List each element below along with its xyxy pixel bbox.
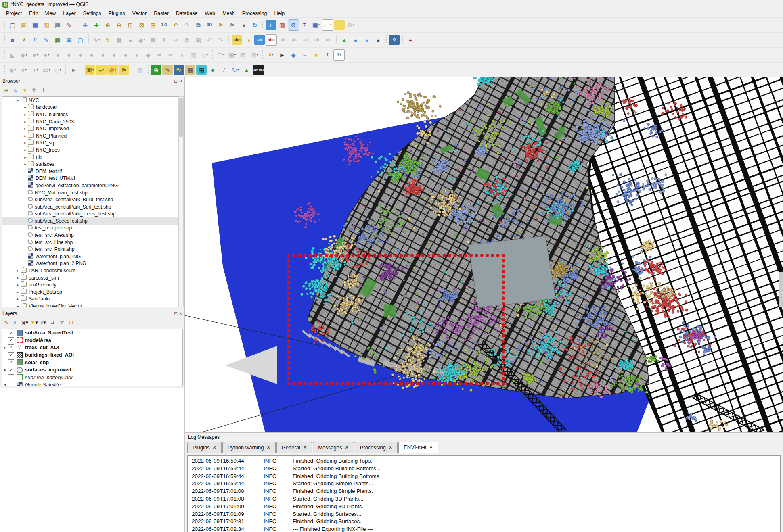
map-canvas[interactable]	[185, 77, 783, 432]
expand-arrow-icon[interactable]: ▸	[23, 127, 28, 131]
refresh-browser-button[interactable]: ↻	[11, 86, 20, 94]
layer-visibility-checkbox[interactable]	[8, 374, 14, 380]
tab-close-icon[interactable]: ✕	[429, 444, 433, 450]
statistical-summary-button[interactable]: Σ	[299, 20, 310, 30]
log-tab-plugins[interactable]: Plugins✕	[187, 442, 222, 453]
help-button[interactable]: ?	[389, 35, 400, 45]
browser-item-nyc-trees[interactable]: ▸NYC_trees	[2, 146, 178, 154]
refresh-map-button[interactable]: ↻	[249, 20, 260, 30]
layers-close-button[interactable]: ✕	[179, 311, 182, 316]
annotation-auto-button[interactable]: A▾	[266, 50, 276, 60]
collapse-all-layers-button[interactable]: ⇈	[58, 318, 66, 327]
add-group-button[interactable]: ⊞	[11, 318, 20, 327]
menu-settings[interactable]: Settings	[80, 10, 105, 17]
layer-row-google-satellite[interactable]: ▾Google Satellite	[2, 381, 182, 386]
open-layer-styling-button[interactable]: ✎	[2, 318, 10, 327]
layer-expand-arrow-icon[interactable]: ▸	[2, 368, 8, 372]
collapse-all-button[interactable]: ⇈	[30, 86, 38, 94]
layer-expand-arrow-icon[interactable]: ▾	[2, 383, 8, 386]
tab-close-icon[interactable]: ✕	[389, 445, 392, 450]
envimet-plugin-button[interactable]: ▲	[339, 35, 350, 45]
filter-browser-button[interactable]: ▼	[21, 86, 29, 94]
layer-row-buildings-fixed-aoi[interactable]: ✓buildings_fixed_AOI	[2, 351, 182, 359]
expand-arrow-icon[interactable]: ▸	[23, 105, 28, 109]
annotation-polygon-button[interactable]: ◆	[288, 50, 299, 60]
menu-layer[interactable]: Layer	[59, 10, 79, 17]
expand-arrow-icon[interactable]: ▸	[23, 141, 28, 145]
annotation-text-button[interactable]: T	[322, 50, 333, 60]
profile-tool-button[interactable]: /	[219, 65, 229, 75]
expand-arrow-icon[interactable]: ▸	[15, 269, 21, 273]
browser-item-subarea-centralpark-build-test-shp[interactable]: subArea_centralPark_Build_test.shp	[2, 196, 178, 203]
browser-item-landcover[interactable]: ▸landcover	[2, 104, 178, 111]
browser-item-progreencity[interactable]: ▸proGreencity	[2, 281, 178, 288]
zoom-in-button[interactable]: ⊕	[103, 20, 113, 30]
open-attribute-table-button[interactable]: ▦▾	[311, 20, 321, 30]
layer-visibility-checkbox[interactable]: ✓	[8, 330, 14, 336]
browser-item-test-src-area-shp[interactable]: test_src_Area.shp	[2, 232, 178, 239]
metasearch-button[interactable]: ●	[362, 35, 372, 45]
log-tab-python-warning[interactable]: Python warning✕	[222, 442, 276, 453]
quickmap-services-button[interactable]: ⊕	[151, 65, 161, 75]
browser-item-nyc-planned[interactable]: ▸NYC_Planned	[2, 132, 178, 140]
browser-scrollbar-thumb[interactable]	[179, 98, 183, 137]
browser-item-saopaulo[interactable]: ▸SaoPaulo	[2, 296, 178, 303]
pan-to-selection-button[interactable]: ✚	[91, 20, 102, 30]
browser-item-projekt-bottrop[interactable]: ▸Projekt_Bottrop	[2, 288, 178, 296]
zoom-to-selection-button[interactable]: ⊠	[136, 20, 147, 30]
expand-arrow-icon[interactable]: ▸	[15, 297, 21, 301]
browser-item-nyc-midtown-test-shp[interactable]: NYC_MidTown_Test.shp	[2, 189, 178, 196]
osm-edit-button[interactable]: ✎	[162, 65, 173, 75]
filter-by-expression-button[interactable]: ε▾	[39, 318, 48, 327]
add-raster-layer-button[interactable]: R	[30, 35, 40, 45]
browser-item-nyc-buildings[interactable]: ▸NYC_buildings	[2, 111, 178, 118]
select-features-button[interactable]: ▣▾	[85, 65, 95, 75]
new-map-view-button[interactable]: ⧉	[193, 20, 203, 30]
browser-properties-button[interactable]: i	[39, 86, 48, 94]
tab-close-icon[interactable]: ✕	[345, 445, 348, 450]
add-selected-layers-button[interactable]: ⊞	[2, 86, 10, 94]
browser-item-test-src-point-shp[interactable]: test_src_Point.shp	[2, 246, 178, 253]
expand-arrow-icon[interactable]: ▸	[23, 113, 28, 117]
zoom-full-button[interactable]: ⊡	[125, 20, 136, 30]
browser-item-waterfront-plan-png[interactable]: waterfront_plan.PNG	[2, 253, 178, 260]
menu-mesh[interactable]: Mesh	[219, 10, 239, 17]
browser-item-test-receptor-shp[interactable]: test_receptor.shp	[2, 225, 178, 232]
layer-visibility-checkbox[interactable]	[8, 382, 14, 386]
osm-place-search-button[interactable]: ●	[373, 35, 383, 45]
zoom-last-button[interactable]: ↶	[170, 20, 181, 30]
layer-row-trees-cut-aoi[interactable]: ▸✓trees_cut_AOI	[2, 344, 182, 351]
label-highlight-button[interactable]: abc	[266, 34, 277, 46]
value-tool-button[interactable]: ▦	[196, 65, 207, 75]
expand-arrow-icon[interactable]: ▸	[15, 290, 21, 294]
menu-help[interactable]: Help	[270, 10, 288, 17]
select-pointer-button[interactable]: ►	[69, 65, 79, 75]
new-print-layout-button[interactable]: ▤	[52, 20, 63, 30]
pan-map-button[interactable]: ✚	[80, 20, 90, 30]
menu-raster[interactable]: Raster	[150, 10, 172, 17]
layer-visibility-checkbox[interactable]: ✓	[8, 367, 14, 373]
expand-arrow-icon[interactable]: ▸	[15, 283, 21, 287]
envimet-export-button[interactable]: ▲	[241, 65, 252, 75]
log-tab-general[interactable]: General✕	[276, 442, 312, 453]
expand-arrow-icon[interactable]: ▸	[23, 162, 28, 166]
browser-item-nyc-dario-2503[interactable]: ▸NYC_Dario_2503	[2, 118, 178, 125]
menu-edit[interactable]: Edit	[25, 10, 42, 17]
browser-item-nyc[interactable]: ▾NYC	[2, 97, 178, 104]
globe-plugin-button[interactable]: ●	[207, 65, 218, 75]
menu-view[interactable]: View	[41, 10, 59, 17]
layer-visibility-checkbox[interactable]: ✓	[8, 344, 14, 350]
layer-visibility-checkbox[interactable]: ✓	[8, 359, 14, 365]
annotation-line-button[interactable]: ~	[299, 50, 310, 60]
browser-scrollbar[interactable]	[178, 96, 184, 307]
menu-database[interactable]: Database	[172, 10, 201, 17]
add-mesh-layer-button[interactable]: ▦	[52, 35, 63, 45]
layer-row-subarea-batterypark[interactable]: subArea_batteryPark	[2, 373, 182, 381]
new-spatial-bookmark-button[interactable]: ⚑	[216, 20, 226, 30]
style-manager-button[interactable]: ✎	[64, 20, 74, 30]
form-annotation-button[interactable]: T▾	[333, 49, 345, 61]
measure-line-button[interactable]: ▭▾	[322, 19, 333, 31]
layers-float-button[interactable]: ⊡	[174, 311, 177, 316]
data-source-manager-button[interactable]: ≡	[7, 35, 18, 45]
metasearch-add-button[interactable]: ●	[350, 35, 361, 45]
